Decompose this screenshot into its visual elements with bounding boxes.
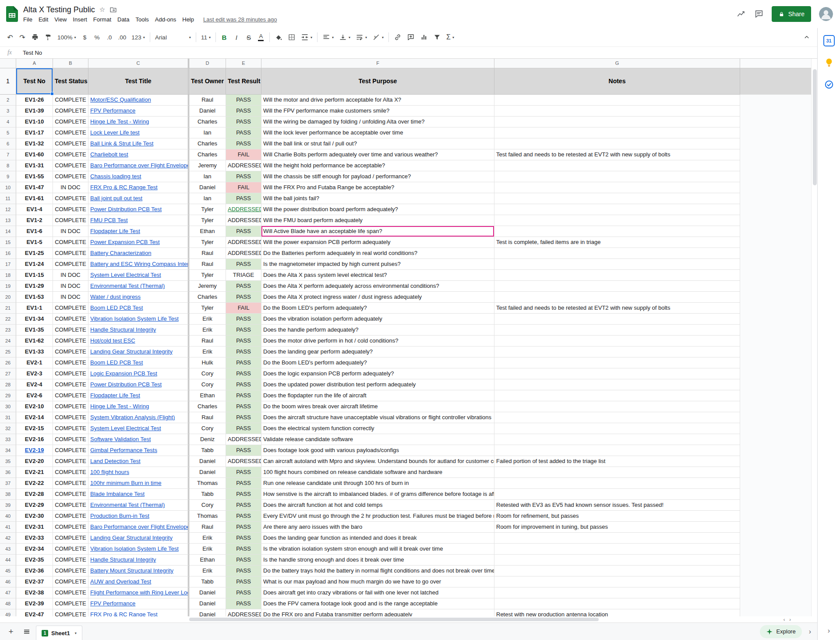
cell-test-title[interactable]: Power Expansion PCB Test (88, 237, 189, 248)
row-number[interactable]: 9 (0, 171, 16, 182)
row-number[interactable]: 11 (0, 193, 16, 204)
cell-test-status[interactable]: COMPLETE (53, 160, 88, 171)
cell-test-title[interactable]: Hinge Life Test - Wiring (88, 401, 189, 412)
cell-test-status[interactable]: COMPLETE (53, 237, 88, 248)
cell-test-purpose[interactable]: Does the landing gear function as intend… (261, 533, 494, 544)
cell-test-owner[interactable]: Ian (189, 193, 226, 204)
cell-test-owner[interactable]: Daniel (189, 587, 226, 598)
row-number[interactable]: 45 (0, 566, 16, 576)
menu-edit[interactable]: Edit (35, 15, 51, 24)
cell-test-result[interactable]: PASS (226, 336, 261, 347)
cell-notes[interactable]: Retested with EV3 as EV5 had known senso… (494, 500, 740, 511)
cell-test-purpose[interactable]: Will the lock lever performance be accep… (261, 127, 494, 138)
cell-test-status[interactable]: COMPLETE (53, 117, 88, 127)
test-title-link[interactable]: Boom LED PCB Test (90, 359, 143, 366)
cell-test-result[interactable]: ADDRESSED (226, 248, 261, 259)
cell-test-result[interactable]: PASS (226, 401, 261, 412)
cell-notes[interactable] (494, 434, 740, 445)
cell-test-no[interactable]: EV1-34 (16, 314, 53, 325)
cell-test-status[interactable]: COMPLETE (53, 357, 88, 368)
row-number[interactable]: 12 (0, 204, 16, 215)
cell-test-title[interactable]: Battery Mount Structural Integrity (88, 566, 189, 576)
cell-test-no[interactable]: EV1-33 (16, 347, 53, 357)
row-number[interactable]: 19 (0, 281, 16, 292)
cell-test-owner[interactable]: Raul (189, 259, 226, 270)
row-number[interactable]: 27 (0, 368, 16, 379)
row-number[interactable]: 42 (0, 533, 16, 544)
cell-test-title[interactable]: FPV Performance (88, 598, 189, 609)
row-number[interactable]: 1 (0, 68, 16, 95)
collapse-toolbar-button[interactable] (801, 31, 813, 43)
column-header-c[interactable]: C (88, 59, 189, 68)
cell-test-no[interactable]: EV1-35 (16, 325, 53, 336)
column-title-cell[interactable]: Test Result (226, 68, 261, 95)
cell-test-status[interactable]: COMPLETE (53, 336, 88, 347)
cell-notes[interactable]: Room for improvement in tuning, but pass… (494, 522, 740, 533)
cell-test-purpose[interactable]: Does the updated power distribution test… (261, 379, 494, 390)
cell-test-owner[interactable]: Erik (189, 314, 226, 325)
cell-test-no[interactable]: EV1-2 (16, 215, 53, 226)
cell-test-status[interactable]: COMPLETE (53, 500, 88, 511)
cell-test-result[interactable]: PASS (226, 259, 261, 270)
cell-test-no[interactable]: EV2-21 (16, 467, 53, 478)
cell-test-result[interactable]: PASS (226, 445, 261, 456)
cell-test-status[interactable]: COMPLETE (53, 259, 88, 270)
cell-test-no[interactable]: EV1-6 (16, 226, 53, 237)
cell-test-purpose[interactable]: Every EV/DV unit must go through the 2 h… (261, 511, 494, 522)
row-number[interactable]: 43 (0, 544, 16, 555)
cell-test-no[interactable]: EV2-34 (16, 544, 53, 555)
cell-test-no[interactable]: EV1-60 (16, 149, 53, 160)
column-title-cell[interactable]: Test Status (53, 68, 88, 95)
test-title-link[interactable]: Land Detection Test (90, 458, 141, 464)
cell-test-status[interactable]: COMPLETE (53, 325, 88, 336)
sheets-logo-icon[interactable] (6, 6, 18, 22)
cell-test-title[interactable]: FMU PCB Test (88, 215, 189, 226)
row-number[interactable]: 13 (0, 215, 16, 226)
cell-test-no[interactable]: EV2-35 (16, 555, 53, 566)
cell-test-result[interactable]: PASS (226, 423, 261, 434)
cell-test-purpose[interactable]: Will Active Blade have an acceptable lif… (261, 226, 494, 237)
cell-test-result[interactable]: PASS (226, 533, 261, 544)
cell-test-no[interactable]: EV1-26 (16, 95, 53, 106)
cell-test-owner[interactable]: Daniel (189, 467, 226, 478)
cell-test-purpose[interactable]: Does the electrical system function corr… (261, 423, 494, 434)
cell-test-purpose[interactable]: How senstive is the aircraft to imbalanc… (261, 489, 494, 500)
cell-test-owner[interactable]: Tyler (189, 270, 226, 281)
cell-test-title[interactable]: Production Burn-in Test (88, 511, 189, 522)
cell-test-result[interactable]: PASS (226, 226, 261, 237)
cell-test-result[interactable]: PASS (226, 555, 261, 566)
cell-test-purpose[interactable]: Do the boom wires break over aircraft li… (261, 401, 494, 412)
decrease-decimals-button[interactable]: .0 (104, 31, 115, 43)
cell-notes[interactable]: Test failed and needs to be retested at … (494, 303, 740, 314)
cell-test-owner[interactable]: Hulk (189, 357, 226, 368)
cell-notes[interactable] (494, 336, 740, 347)
cell-test-status[interactable]: COMPLETE (53, 478, 88, 489)
cell-test-title[interactable]: Ball Link & Strut Life Test (88, 138, 189, 149)
menu-file[interactable]: File (20, 15, 35, 24)
cell-notes[interactable] (494, 117, 740, 127)
cell-test-status[interactable]: IN DOC (53, 226, 88, 237)
cell-test-status[interactable]: COMPLETE (53, 368, 88, 379)
test-title-link[interactable]: Blade Imbalance Test (90, 491, 145, 497)
cell-test-no[interactable]: EV1-29 (16, 281, 53, 292)
cell-test-purpose[interactable]: Is the handle strong enough and does it … (261, 555, 494, 566)
row-number[interactable]: 22 (0, 314, 16, 325)
cell-test-no[interactable]: EV1-4 (16, 204, 53, 215)
test-title-link[interactable]: Handle Structural Integrity (90, 326, 156, 333)
more-formats-button[interactable]: 123 ▾ (129, 31, 147, 43)
cell-test-owner[interactable]: Tabb (189, 445, 226, 456)
cell-test-title[interactable]: Logic Expansion PCB Test (88, 368, 189, 379)
cell-test-status[interactable]: COMPLETE (53, 445, 88, 456)
test-title-link[interactable]: FRX Pro & RC Range Test (90, 611, 158, 616)
activity-icon[interactable] (737, 9, 746, 19)
row-number[interactable]: 40 (0, 511, 16, 522)
cell-notes[interactable] (494, 390, 740, 401)
cell-test-owner[interactable]: Jeremy (189, 160, 226, 171)
cell-test-result[interactable]: PASS (226, 95, 261, 106)
test-title-link[interactable]: Ball joint pull out test (90, 195, 142, 202)
cell-test-status[interactable]: COMPLETE (53, 347, 88, 357)
row-number[interactable]: 14 (0, 226, 16, 237)
cell-test-purpose[interactable]: Will the FMU board perform adequately (261, 215, 494, 226)
cell-test-owner[interactable]: Cory (189, 500, 226, 511)
cell-test-purpose[interactable]: Do the battery trays hold the battery in… (261, 566, 494, 576)
